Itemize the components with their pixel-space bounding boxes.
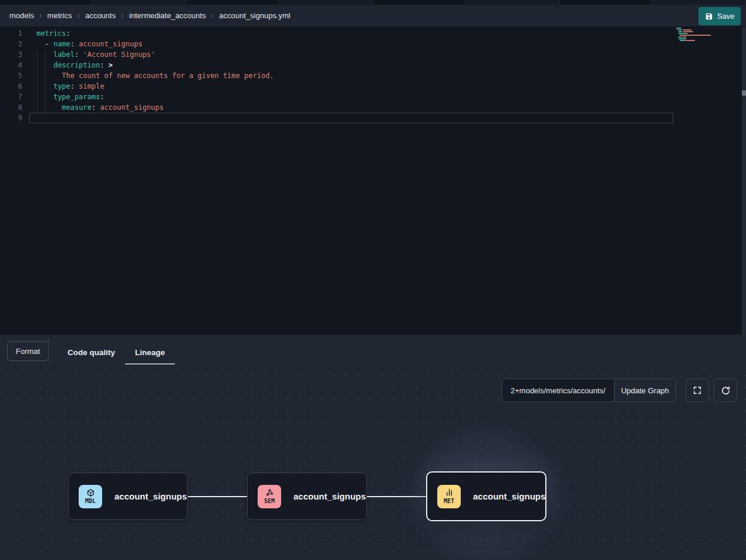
line-number: 3 bbox=[0, 49, 22, 60]
breadcrumb-item[interactable]: intermediate_accounts bbox=[129, 11, 206, 20]
node-label: account_signups bbox=[114, 491, 187, 501]
top-tab-segment[interactable] bbox=[280, 0, 373, 5]
lineage-toolbar: 2+models/metrics/accounts/ Update Graph bbox=[502, 379, 737, 402]
breadcrumb-bar: models›metrics›accounts›intermediate_acc… bbox=[0, 5, 746, 27]
chevron-right-icon: › bbox=[211, 11, 214, 19]
code-line[interactable]: The count of new accounts for a given ti… bbox=[36, 70, 274, 81]
lineage-edge bbox=[188, 496, 247, 497]
update-graph-button[interactable]: Update Graph bbox=[615, 379, 676, 402]
node-label: account_signups bbox=[473, 491, 545, 501]
top-tab-strip bbox=[0, 0, 746, 5]
fullscreen-icon bbox=[693, 386, 702, 395]
top-tab-segment[interactable] bbox=[0, 0, 93, 5]
line-number: 2 bbox=[0, 39, 22, 49]
breadcrumb-item[interactable]: account_signups.yml bbox=[219, 11, 290, 20]
chevron-right-icon: › bbox=[77, 11, 80, 19]
top-tab-segment[interactable] bbox=[653, 0, 746, 5]
top-tab-segment[interactable] bbox=[187, 0, 280, 5]
save-button[interactable]: Save bbox=[698, 7, 741, 25]
chevron-right-icon: › bbox=[121, 11, 124, 19]
format-button[interactable]: Format bbox=[7, 341, 49, 361]
tab-code-quality[interactable]: Code quality bbox=[58, 335, 125, 370]
lineage-edge bbox=[367, 496, 426, 497]
save-label: Save bbox=[717, 12, 735, 21]
code-line[interactable]: metrics: bbox=[36, 28, 274, 39]
line-number: 4 bbox=[0, 60, 22, 70]
tab-lineage[interactable]: Lineage bbox=[125, 335, 175, 370]
fullscreen-button[interactable] bbox=[686, 379, 709, 402]
lineage-node-model[interactable]: MDL account_signups bbox=[68, 473, 188, 520]
line-number-gutter: 123456789 bbox=[0, 28, 22, 123]
semantic-badge: SEM bbox=[258, 485, 281, 508]
top-tab-segment[interactable] bbox=[466, 0, 559, 5]
model-badge: MDL bbox=[79, 485, 102, 508]
top-tab-segment[interactable] bbox=[559, 0, 653, 5]
cube-icon bbox=[86, 488, 95, 497]
save-icon bbox=[705, 12, 713, 21]
line-number: 1 bbox=[0, 28, 22, 39]
breadcrumb-item[interactable]: metrics bbox=[48, 11, 72, 20]
chevron-right-icon: › bbox=[39, 11, 42, 19]
code-line[interactable]: type: simple bbox=[36, 81, 274, 92]
refresh-button[interactable] bbox=[714, 379, 737, 402]
line-number: 9 bbox=[0, 113, 22, 123]
share-network-icon bbox=[265, 488, 274, 497]
badge-label: SEM bbox=[264, 498, 275, 504]
lineage-node-metric-selected[interactable]: MET account_signups bbox=[426, 471, 546, 521]
editor-scrollbar[interactable] bbox=[742, 27, 746, 335]
panel-tabs: Code qualityLineage bbox=[58, 335, 175, 370]
selector-group: 2+models/metrics/accounts/ Update Graph bbox=[502, 379, 676, 402]
line-number: 7 bbox=[0, 92, 22, 102]
code-line[interactable]: measure: account_signups bbox=[36, 102, 274, 113]
scrollbar-thumb[interactable] bbox=[742, 90, 746, 96]
code-line[interactable]: label: 'Account Signups' bbox=[36, 49, 274, 60]
code-lines[interactable]: metrics: - name: account_signups label: … bbox=[36, 28, 274, 123]
top-tab-segment[interactable] bbox=[93, 0, 187, 5]
line-number: 8 bbox=[0, 102, 22, 113]
code-line[interactable]: type_params: bbox=[36, 92, 274, 102]
breadcrumb-item[interactable]: models bbox=[9, 11, 34, 20]
top-tab-segment[interactable] bbox=[373, 0, 467, 5]
line-number: 6 bbox=[0, 81, 22, 92]
badge-label: MET bbox=[444, 498, 454, 504]
breadcrumb-item[interactable]: accounts bbox=[85, 11, 116, 20]
editor-minimap[interactable] bbox=[676, 28, 714, 43]
refresh-icon bbox=[721, 386, 731, 396]
code-line[interactable]: - name: account_signups bbox=[36, 39, 274, 49]
metric-badge: MET bbox=[437, 485, 461, 508]
breadcrumb: models›metrics›accounts›intermediate_acc… bbox=[9, 11, 291, 20]
bottom-panel: Format Code qualityLineage MDL account_s… bbox=[0, 335, 746, 560]
lineage-node-semantic-model[interactable]: SEM account_signups bbox=[247, 473, 367, 520]
lineage-selector-input[interactable]: 2+models/metrics/accounts/ bbox=[502, 379, 615, 402]
node-label: account_signups bbox=[293, 491, 366, 501]
code-line[interactable]: description: > bbox=[36, 60, 274, 70]
bar-chart-icon bbox=[445, 488, 454, 497]
code-editor[interactable]: 123456789 metrics: - name: account_signu… bbox=[0, 27, 746, 335]
header-divider bbox=[48, 339, 49, 363]
badge-label: MDL bbox=[85, 498, 96, 504]
current-line-highlight bbox=[29, 113, 673, 123]
line-number: 5 bbox=[0, 70, 22, 81]
